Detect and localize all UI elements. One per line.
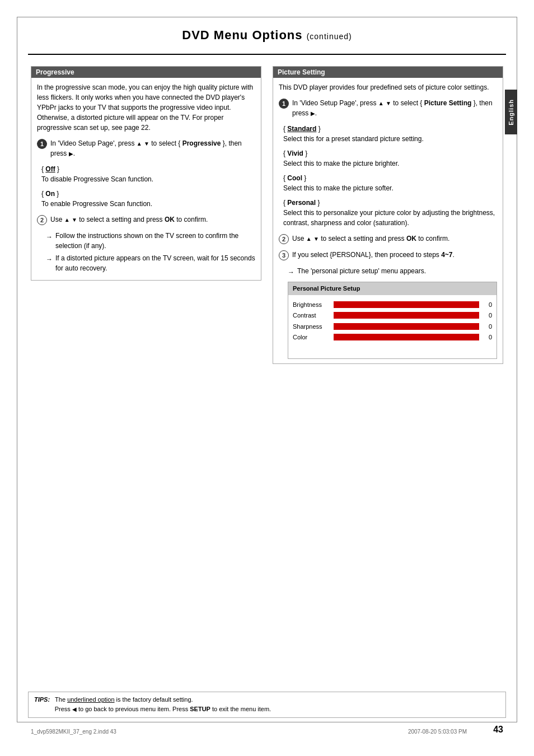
progressive-step2: 2 Use to select a setting and press OK t… bbox=[37, 214, 255, 225]
footer-file: 1_dvp5982MKII_37_eng 2.indd 43 bbox=[31, 729, 116, 735]
picture-step3-content: If you select {PERSONAL}, then proceed t… bbox=[292, 250, 497, 260]
footer-date: 2007-08-20 5:03:03 PM bbox=[408, 729, 467, 735]
progressive-step1: 1 In 'Video Setup Page', press to select… bbox=[37, 138, 255, 158]
arrow-down2-icon bbox=[72, 216, 77, 223]
brightness-value: 0 bbox=[484, 300, 492, 310]
left-column: Progressive In the progressive scan mode… bbox=[31, 66, 261, 371]
arrow-item-1: → Follow the instructions shown on the T… bbox=[46, 231, 255, 251]
picture-setting-body: This DVD player provides four predefined… bbox=[273, 78, 503, 363]
progressive-body: In the progressive scan mode, you can en… bbox=[31, 78, 261, 280]
tips-bar: TIPS: The underlined option is the facto… bbox=[28, 692, 506, 718]
pic2-arrow-down-icon bbox=[313, 235, 319, 242]
picture-step2-content: Use to select a setting and press OK to … bbox=[292, 234, 497, 244]
brightness-bar bbox=[334, 301, 479, 308]
tips-label: TIPS: bbox=[34, 696, 50, 703]
contrast-label: Contrast bbox=[293, 311, 329, 320]
underlined-option: underlined option bbox=[67, 696, 114, 703]
sharpness-bar bbox=[334, 323, 479, 330]
arrow-right-icon bbox=[69, 150, 73, 157]
picture-step1: 1 In 'Video Setup Page', press to select… bbox=[279, 98, 497, 118]
picture-step2: 2 Use to select a setting and press OK t… bbox=[279, 234, 497, 244]
cool-option: { Cool } Select this to make the picture… bbox=[283, 173, 497, 193]
arrow-bullet-1-icon: → bbox=[46, 232, 53, 242]
off-option: { Off } To disable Progressive Scan func… bbox=[41, 164, 255, 184]
tips-left-icon bbox=[72, 706, 77, 712]
personal-option-name: Personal bbox=[287, 199, 316, 207]
content-area: Progressive In the progressive scan mode… bbox=[0, 55, 534, 382]
picture-step3-number: 3 bbox=[279, 250, 289, 260]
progressive-header: Progressive bbox=[31, 67, 261, 78]
page-number: 43 bbox=[493, 725, 503, 735]
picture-step1-number: 1 bbox=[279, 99, 289, 109]
sharpness-row: Sharpness 0 bbox=[293, 322, 492, 332]
setup-label: SETUP bbox=[190, 706, 210, 712]
picture-step1-content: In 'Video Setup Page', press to select {… bbox=[292, 98, 497, 118]
border-left bbox=[17, 17, 17, 722]
brightness-row: Brightness 0 bbox=[293, 300, 492, 310]
on-option-name: On bbox=[45, 190, 55, 198]
picture-arrow-bullet-icon: → bbox=[288, 267, 294, 277]
tips-line1: The underlined option is the factory def… bbox=[55, 696, 193, 703]
setup-spacer bbox=[293, 344, 492, 355]
step1-content: In 'Video Setup Page', press to select {… bbox=[50, 138, 255, 158]
contrast-bar bbox=[334, 312, 479, 319]
border-top bbox=[17, 17, 517, 17]
picture-setting-option: Picture Setting bbox=[424, 99, 472, 107]
arrow-item-2: → If a distorted picture appears on the … bbox=[46, 253, 255, 273]
color-row: Color 0 bbox=[293, 333, 492, 342]
contrast-value: 0 bbox=[484, 311, 492, 320]
color-label: Color bbox=[293, 333, 329, 342]
steps-ref: 4~7 bbox=[441, 251, 452, 259]
color-bar bbox=[334, 334, 479, 340]
brightness-label: Brightness bbox=[293, 300, 329, 310]
standard-option: { Standard } Select this for a preset st… bbox=[283, 124, 497, 144]
arrow-up-icon bbox=[137, 139, 142, 147]
arrow-bullet-2-icon: → bbox=[46, 254, 53, 264]
progressive-section: Progressive In the progressive scan mode… bbox=[31, 66, 261, 281]
cool-option-name: Cool bbox=[287, 174, 302, 182]
on-option: { On } To enable Progressive Scan functi… bbox=[41, 189, 255, 209]
color-value: 0 bbox=[484, 333, 492, 342]
picture-step2-number: 2 bbox=[279, 234, 289, 244]
pic-ok-label: OK bbox=[406, 235, 416, 242]
english-tab: English bbox=[505, 90, 517, 134]
picture-setting-section: Picture Setting This DVD player provides… bbox=[273, 66, 503, 364]
border-bottom bbox=[17, 722, 517, 722]
off-option-name: Off bbox=[45, 165, 55, 173]
ok-label: OK bbox=[165, 216, 175, 223]
step2-content: Use to select a setting and press OK to … bbox=[50, 214, 255, 225]
step2-number: 2 bbox=[37, 215, 47, 225]
progressive-option: Progressive bbox=[182, 139, 221, 147]
picture-arrow-item-1: → The 'personal picture setup' menu appe… bbox=[288, 266, 497, 277]
vivid-option: { Vivid } Select this to make the pictur… bbox=[283, 148, 497, 169]
sharpness-value: 0 bbox=[484, 322, 492, 332]
progressive-intro: In the progressive scan mode, you can en… bbox=[37, 82, 255, 133]
picture-setting-header: Picture Setting bbox=[273, 67, 503, 78]
arrow-up2-icon bbox=[64, 216, 70, 223]
pic-arrow-right-icon bbox=[311, 109, 315, 117]
pic2-arrow-up-icon bbox=[306, 235, 312, 242]
right-column: Picture Setting This DVD player provides… bbox=[273, 66, 503, 371]
standard-option-name: Standard bbox=[287, 125, 316, 133]
pic-arrow-up-icon bbox=[378, 99, 384, 107]
sharpness-label: Sharpness bbox=[293, 322, 329, 332]
step1-number: 1 bbox=[37, 139, 47, 149]
picture-setting-intro: This DVD player provides four predefined… bbox=[279, 82, 497, 92]
vivid-option-name: Vivid bbox=[287, 150, 303, 157]
arrow-down-icon bbox=[144, 139, 149, 147]
personal-setup-header: Personal Picture Setup bbox=[288, 282, 496, 295]
contrast-row: Contrast 0 bbox=[293, 311, 492, 320]
tips-line2: Press to go back to previous menu item. … bbox=[55, 706, 271, 712]
picture-step3: 3 If you select {PERSONAL}, then proceed… bbox=[279, 250, 497, 260]
page-title: DVD Menu Options (continued) bbox=[28, 0, 506, 55]
personal-setup-box: Personal Picture Setup Brightness 0 Cont… bbox=[288, 282, 497, 359]
personal-option: { Personal } Select this to personalize … bbox=[283, 198, 497, 228]
personal-setup-body: Brightness 0 Contrast 0 Sharpness bbox=[288, 295, 496, 358]
pic-arrow-down-icon bbox=[386, 99, 391, 107]
